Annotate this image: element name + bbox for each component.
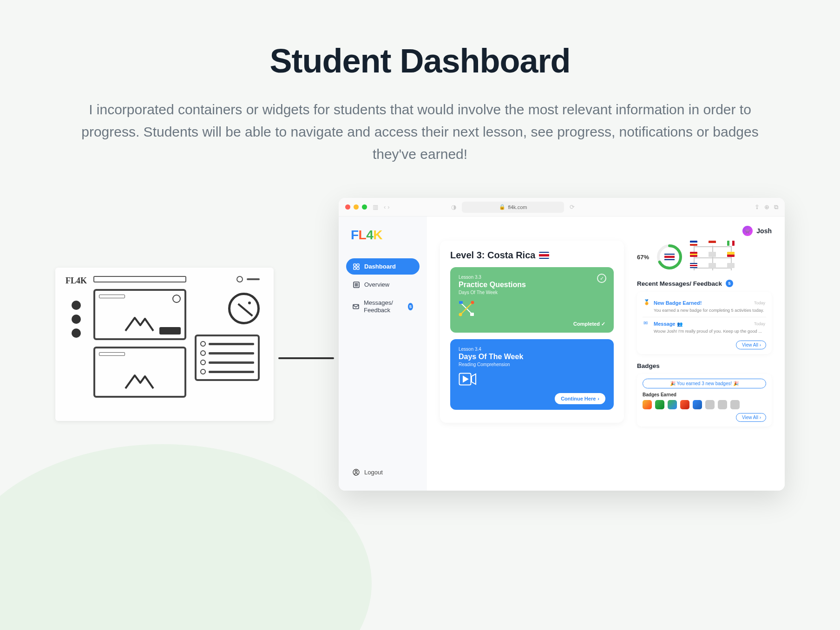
message-time: Today (754, 301, 765, 305)
chevron-right-icon: › (760, 342, 761, 348)
app-sidebar: FL4K Dashboard Overview Messages/ Feedba… (339, 217, 427, 491)
share-icon[interactable]: ⇪ (755, 203, 760, 211)
lesson-sub: Lesson 3.4 (459, 347, 605, 352)
flag-progress-tree (690, 241, 741, 273)
grid-icon (353, 263, 360, 270)
svg-point-16 (459, 313, 462, 316)
badge-icon[interactable] (668, 400, 677, 409)
svg-rect-2 (354, 267, 356, 269)
sidebar-item-label: Dashboard (364, 263, 396, 270)
svg-rect-3 (357, 267, 359, 269)
shield-icon: ◑ (451, 203, 456, 210)
svg-rect-26 (664, 258, 675, 259)
page-title: Student Dashboard (0, 42, 840, 80)
avatar[interactable]: 👾 (742, 226, 753, 236)
continue-label: Continue Here (561, 396, 596, 401)
user-icon (353, 469, 360, 476)
lesson-sub: Lesson 3.3 (459, 275, 605, 280)
svg-marker-18 (472, 374, 476, 384)
lesson-card-current[interactable]: Lesson 3.4 Days Of The Week Reading Comp… (450, 339, 614, 410)
svg-point-14 (471, 301, 474, 304)
sketch-to-mock-connector (278, 357, 334, 359)
badge-icon[interactable] (680, 400, 689, 409)
video-icon (459, 373, 474, 388)
messages-panel: 🏅 New Badge Earned! Today You earned a n… (637, 292, 772, 354)
sidebar-item-overview[interactable]: Overview (346, 276, 420, 293)
view-all-badges-button[interactable]: View All › (736, 413, 766, 422)
svg-rect-23 (664, 254, 675, 255)
badge-icon[interactable] (655, 400, 664, 409)
url-bar[interactable]: 🔒 fl4k.com (462, 202, 564, 213)
svg-rect-15 (470, 313, 474, 316)
message-time: Today (754, 322, 765, 326)
view-all-label: View All (742, 415, 758, 420)
progress-ring (656, 244, 682, 270)
message-body: Woow Josh! I'm really proud of you. Keep… (654, 329, 765, 334)
browser-toolbar: ▥ ‹› ◑ 🔒 fl4k.com ⟳ ⇪ ⊕ ⧉ (339, 198, 785, 217)
sidebar-item-messages[interactable]: Messages/ Feedback 5 (346, 295, 420, 318)
nav-back-icon[interactable]: ‹ (384, 203, 386, 210)
lesson-meta: Days Of The Week (459, 290, 605, 295)
app-logo: FL4K (351, 228, 420, 243)
view-all-label: View All (742, 342, 758, 348)
tabs-icon[interactable]: ⧉ (774, 203, 778, 211)
svg-rect-24 (664, 255, 675, 256)
add-tab-icon[interactable]: ⊕ (764, 203, 769, 211)
sketch-logo: FL4K (66, 276, 87, 286)
message-item[interactable]: 🏅 New Badge Earned! Today You earned a n… (643, 296, 766, 317)
browser-mockup: ▥ ‹› ◑ 🔒 fl4k.com ⟳ ⇪ ⊕ ⧉ FL4K Dashboard (339, 198, 785, 491)
badge-icon[interactable] (693, 400, 702, 409)
continue-button[interactable]: Continue Here› (555, 393, 605, 404)
mail-icon (353, 303, 359, 310)
svg-rect-1 (357, 264, 359, 266)
badges-sub: Badges Earned (643, 392, 766, 397)
level-title-text: Level 3: Costa Rica (450, 250, 535, 261)
lesson-meta: Reading Comprehension (459, 362, 605, 367)
logout-label: Logout (364, 469, 383, 476)
badge-locked-icon (705, 400, 715, 409)
wireframe-sketch: FL4K (55, 268, 274, 421)
trophy-icon: 🏅 (643, 299, 651, 307)
badge-locked-icon (730, 400, 740, 409)
new-badges-banner: 🎉 You earned 3 new badges! 🎉 (643, 379, 766, 388)
chevron-right-icon: › (597, 396, 599, 401)
lesson-title: Practice Questions (459, 281, 605, 289)
badges-panel: 🎉 You earned 3 new badges! 🎉 Badges Earn… (637, 374, 772, 427)
badge-locked-icon (718, 400, 727, 409)
reload-icon[interactable]: ⟳ (570, 203, 575, 210)
view-all-messages-button[interactable]: View All › (736, 341, 766, 349)
sidebar-toggle-icon[interactable]: ▥ (373, 203, 378, 210)
username: Josh (756, 227, 772, 235)
page-description: I incorporated containers or widgets for… (72, 98, 768, 165)
lesson-title: Days Of The Week (459, 353, 605, 361)
svg-point-10 (355, 471, 357, 472)
svg-marker-19 (463, 376, 468, 382)
message-title: New Badge Earned! (654, 300, 751, 306)
svg-rect-25 (664, 256, 675, 258)
badge-icon[interactable] (643, 400, 652, 409)
sidebar-item-label: Overview (364, 281, 389, 288)
svg-rect-27 (664, 259, 675, 260)
svg-rect-8 (353, 304, 359, 308)
messages-heading-badge: 5 (726, 280, 733, 287)
list-icon (353, 281, 360, 288)
progress-percent: 67% (637, 254, 649, 261)
message-item[interactable]: ✉ Message 👥 Today Woow Josh! I'm really … (643, 317, 766, 338)
lesson-status: Completed ✓ (459, 321, 605, 327)
messages-count-badge: 5 (408, 303, 413, 310)
tools-crossed-icon (459, 301, 474, 316)
badge-row (643, 400, 766, 409)
messages-heading: Recent Messages/ Feedback 5 (637, 280, 772, 287)
sidebar-item-label: Messages/ Feedback (364, 299, 403, 314)
chevron-right-icon: › (760, 415, 761, 420)
logout-button[interactable]: Logout (346, 465, 420, 479)
svg-rect-13 (459, 301, 463, 304)
nav-fwd-icon[interactable]: › (387, 203, 389, 210)
svg-rect-0 (354, 264, 356, 266)
level-title: Level 3: Costa Rica (450, 250, 614, 261)
sidebar-item-dashboard[interactable]: Dashboard (346, 258, 420, 275)
mail-icon: ✉ (643, 320, 651, 328)
progress-row: 67% (637, 241, 772, 273)
message-title: Message 👥 (654, 321, 751, 327)
lesson-card-completed[interactable]: ✓ Lesson 3.3 Practice Questions Days Of … (450, 267, 614, 333)
